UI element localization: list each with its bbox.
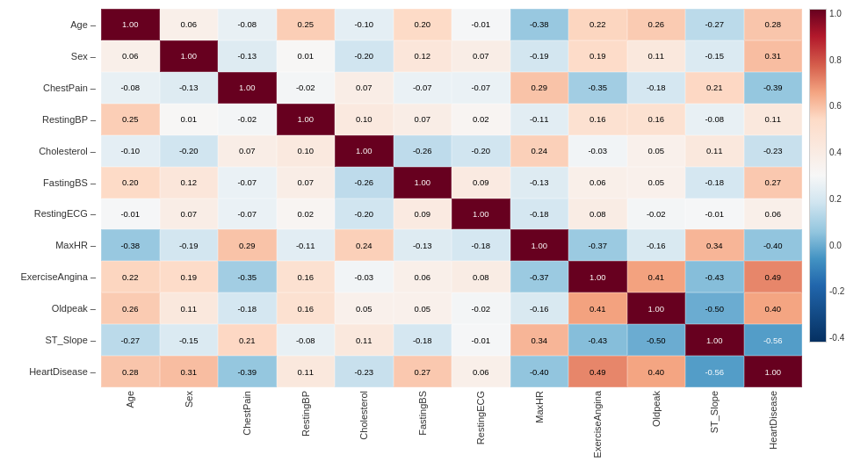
row-label-ST_Slope: ST_Slope – xyxy=(4,324,101,356)
cell-7-7: 1.00 xyxy=(510,229,569,261)
cell-5-1: 0.12 xyxy=(160,167,219,199)
cell-3-4: 0.10 xyxy=(335,104,394,135)
cell-10-3: -0.08 xyxy=(277,324,336,356)
cell-9-2: -0.18 xyxy=(218,292,277,324)
cell-11-7: -0.40 xyxy=(510,356,569,387)
row-label-RestingECG: RestingECG – xyxy=(4,199,101,230)
cell-11-9: 0.40 xyxy=(627,356,686,387)
cell-4-7: 0.24 xyxy=(510,135,569,167)
cell-1-3: 0.01 xyxy=(277,40,336,72)
cell-9-5: 0.05 xyxy=(394,292,452,324)
cell-8-1: 0.19 xyxy=(160,261,219,292)
cell-10-2: 0.21 xyxy=(218,324,277,356)
cell-10-10: 1.00 xyxy=(685,324,744,356)
cell-11-11: 1.00 xyxy=(744,356,803,387)
cell-11-2: -0.39 xyxy=(218,356,277,387)
cell-11-8: 0.49 xyxy=(568,356,627,387)
cell-8-4: -0.03 xyxy=(335,261,394,292)
cell-0-2: -0.08 xyxy=(218,9,277,40)
cell-2-0: -0.08 xyxy=(101,72,160,104)
cell-7-2: 0.29 xyxy=(218,229,277,261)
cell-5-9: 0.05 xyxy=(627,167,686,199)
colorbar-tick-0.8: 0.8 xyxy=(829,55,844,65)
cell-9-7: -0.16 xyxy=(510,292,569,324)
cell-10-9: -0.50 xyxy=(627,324,686,356)
row-label-Sex: Sex – xyxy=(4,40,101,72)
cell-1-9: 0.11 xyxy=(627,40,686,72)
cell-5-0: 0.20 xyxy=(101,167,160,199)
row-label-FastingBS: FastingBS – xyxy=(4,167,101,199)
cell-2-5: -0.07 xyxy=(394,72,452,104)
cell-6-10: -0.01 xyxy=(685,199,744,230)
row-label-HeartDisease: HeartDisease – xyxy=(4,356,101,387)
heatmap-row-7: -0.38-0.190.29-0.110.24-0.13-0.181.00-0.… xyxy=(101,229,802,261)
col-label-Age: Age xyxy=(101,387,160,458)
cell-7-9: -0.16 xyxy=(627,229,686,261)
cell-11-3: 0.11 xyxy=(277,356,336,387)
cell-10-5: -0.18 xyxy=(394,324,452,356)
cell-9-0: 0.26 xyxy=(101,292,160,324)
cell-8-0: 0.22 xyxy=(101,261,160,292)
heatmap-row-1: 0.061.00-0.130.01-0.200.120.07-0.190.190… xyxy=(101,40,802,72)
cell-5-8: 0.06 xyxy=(568,167,627,199)
heatmap-row-10: -0.27-0.150.21-0.080.11-0.18-0.010.34-0.… xyxy=(101,324,802,356)
cell-10-0: -0.27 xyxy=(101,324,160,356)
colorbar-tick-0.4: 0.4 xyxy=(829,148,844,157)
cell-4-3: 0.10 xyxy=(277,135,336,167)
cell-8-6: 0.08 xyxy=(452,261,510,292)
cell-3-9: 0.16 xyxy=(627,104,686,135)
cell-3-6: 0.02 xyxy=(452,104,510,135)
cell-11-10: -0.56 xyxy=(685,356,744,387)
cell-1-8: 0.19 xyxy=(568,40,627,72)
cell-9-3: 0.16 xyxy=(277,292,336,324)
col-label-HeartDisease: HeartDisease xyxy=(744,387,803,458)
row-label-Oldpeak: Oldpeak – xyxy=(4,292,101,324)
cell-1-5: 0.12 xyxy=(394,40,452,72)
cell-2-3: -0.02 xyxy=(277,72,336,104)
col-label-MaxHR: MaxHR xyxy=(510,387,569,458)
cell-5-10: -0.18 xyxy=(685,167,744,199)
cell-1-4: -0.20 xyxy=(335,40,394,72)
cell-7-0: -0.38 xyxy=(101,229,160,261)
colorbar-tick-0.6: 0.6 xyxy=(829,101,844,111)
heatmap-row-9: 0.260.11-0.180.160.050.05-0.02-0.160.411… xyxy=(101,292,802,324)
col-label-ExerciseAngina: ExerciseAngina xyxy=(568,387,627,458)
cell-6-2: -0.07 xyxy=(218,199,277,230)
cell-7-5: -0.13 xyxy=(394,229,452,261)
heatmap-grid: 1.000.06-0.080.25-0.100.20-0.01-0.380.22… xyxy=(101,9,802,387)
cell-10-1: -0.15 xyxy=(160,324,219,356)
main-layout: Age –Sex –ChestPain –RestingBP –Choleste… xyxy=(0,0,868,462)
cell-11-6: 0.06 xyxy=(452,356,510,387)
heatmap-row-0: 1.000.06-0.080.25-0.100.20-0.01-0.380.22… xyxy=(101,9,802,40)
cell-7-3: -0.11 xyxy=(277,229,336,261)
cell-9-10: -0.50 xyxy=(685,292,744,324)
cell-4-2: 0.07 xyxy=(218,135,277,167)
cell-7-1: -0.19 xyxy=(160,229,219,261)
row-labels: Age –Sex –ChestPain –RestingBP –Choleste… xyxy=(4,9,101,387)
cell-4-5: -0.26 xyxy=(394,135,452,167)
cell-9-1: 0.11 xyxy=(160,292,219,324)
col-label-FastingBS: FastingBS xyxy=(394,387,452,458)
heatmap-row-8: 0.220.19-0.350.16-0.030.060.08-0.371.000… xyxy=(101,261,802,292)
cell-4-0: -0.10 xyxy=(101,135,160,167)
cell-7-6: -0.18 xyxy=(452,229,510,261)
cell-8-10: -0.43 xyxy=(685,261,744,292)
cell-0-0: 1.00 xyxy=(101,9,160,40)
colorbar-tick--0.4: -0.4 xyxy=(829,333,844,343)
heatmap-row-2: -0.08-0.131.00-0.020.07-0.07-0.070.29-0.… xyxy=(101,72,802,104)
cell-6-3: 0.02 xyxy=(277,199,336,230)
cell-2-6: -0.07 xyxy=(452,72,510,104)
cell-5-11: 0.27 xyxy=(744,167,803,199)
cell-11-4: -0.23 xyxy=(335,356,394,387)
cell-4-6: -0.20 xyxy=(452,135,510,167)
cell-4-9: 0.05 xyxy=(627,135,686,167)
cell-2-10: 0.21 xyxy=(685,72,744,104)
cell-9-8: 0.41 xyxy=(568,292,627,324)
cell-0-5: 0.20 xyxy=(394,9,452,40)
colorbar-tick-0.2: 0.2 xyxy=(829,194,844,204)
cell-6-6: 1.00 xyxy=(452,199,510,230)
cell-0-1: 0.06 xyxy=(160,9,219,40)
cell-0-3: 0.25 xyxy=(277,9,336,40)
cell-6-8: 0.08 xyxy=(568,199,627,230)
cell-0-6: -0.01 xyxy=(452,9,510,40)
